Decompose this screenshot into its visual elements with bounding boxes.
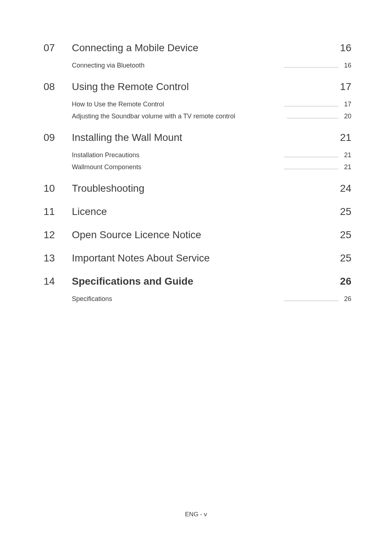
toc-section: 14Specifications and Guide26Specificatio… (44, 276, 351, 303)
toc-section: 07Connecting a Mobile Device16Connecting… (44, 42, 351, 69)
toc-section-page: 17 (340, 81, 351, 93)
toc-section-row: 10Troubleshooting24 (44, 183, 351, 194)
toc-leader-line (284, 67, 338, 68)
toc-section-title: Specifications and Guide (72, 276, 340, 287)
toc-section-number: 07 (44, 42, 72, 54)
toc-section: 12Open Source Licence Notice25 (44, 229, 351, 241)
page-container: 07Connecting a Mobile Device16Connecting… (0, 0, 392, 303)
toc-section-page: 16 (340, 42, 351, 54)
toc-sub-title: How to Use the Remote Control (72, 101, 164, 108)
toc-section-title: Important Notes About Service (72, 252, 340, 264)
toc-section-page: 26 (340, 276, 351, 287)
toc-section-title: Using the Remote Control (72, 81, 340, 93)
toc-section: 09Installing the Wall Mount21Installatio… (44, 132, 351, 171)
toc-sub-page: 26 (342, 295, 351, 303)
toc-section-page: 25 (340, 229, 351, 241)
toc-section-title: Troubleshooting (72, 183, 340, 194)
toc-sub-row: How to Use the Remote Control17 (72, 101, 351, 108)
toc-sub-page: 20 (342, 113, 351, 120)
toc-section-number: 12 (44, 229, 72, 241)
toc-sub-page: 21 (342, 163, 351, 171)
toc-section-number: 08 (44, 81, 72, 93)
toc-section-number: 14 (44, 276, 72, 287)
toc-sub-row: Connecting via Bluetooth16 (72, 62, 351, 69)
toc-sub-title: Adjusting the Soundbar volume with a TV … (72, 113, 235, 120)
toc-section: 08Using the Remote Control17How to Use t… (44, 81, 351, 120)
toc-sub-row: Adjusting the Soundbar volume with a TV … (72, 113, 351, 120)
toc-section-title: Installing the Wall Mount (72, 132, 340, 143)
toc-sub-row: Specifications26 (72, 295, 351, 303)
toc-section: 13Important Notes About Service25 (44, 252, 351, 264)
toc-sub-title: Specifications (72, 295, 112, 303)
toc-leader-line (284, 106, 338, 106)
toc-section-row: 12Open Source Licence Notice25 (44, 229, 351, 241)
toc-sub-row: Wallmount Components21 (72, 163, 351, 171)
toc-section-row: 07Connecting a Mobile Device16 (44, 42, 351, 54)
toc-sub-row: Installation Precautions21 (72, 151, 351, 159)
toc-section: 11Licence25 (44, 206, 351, 217)
toc-sub-page: 21 (342, 151, 351, 159)
toc-section-page: 25 (340, 252, 351, 264)
toc-section-page: 25 (340, 206, 351, 217)
toc-sub-title: Installation Precautions (72, 151, 139, 159)
toc-section-row: 09Installing the Wall Mount21 (44, 132, 351, 143)
toc-section-number: 10 (44, 183, 72, 194)
toc-section-page: 24 (340, 183, 351, 194)
toc-leader-line (284, 169, 338, 169)
page-footer: ENG - v (0, 511, 392, 518)
toc-section-number: 11 (44, 206, 72, 217)
toc-section-number: 09 (44, 132, 72, 143)
toc-sub-title: Connecting via Bluetooth (72, 62, 144, 69)
table-of-contents: 07Connecting a Mobile Device16Connecting… (44, 42, 351, 303)
toc-leader-line (287, 118, 338, 118)
toc-section-row: 08Using the Remote Control17 (44, 81, 351, 93)
toc-section-title: Licence (72, 206, 340, 217)
toc-section-page: 21 (340, 132, 351, 143)
toc-section-number: 13 (44, 252, 72, 264)
toc-section-title: Connecting a Mobile Device (72, 42, 340, 54)
toc-sub-title: Wallmount Components (72, 163, 141, 171)
toc-section-title: Open Source Licence Notice (72, 229, 340, 241)
toc-sub-page: 17 (342, 101, 351, 108)
toc-section-row: 14Specifications and Guide26 (44, 276, 351, 287)
toc-section-row: 13Important Notes About Service25 (44, 252, 351, 264)
toc-leader-line (284, 157, 338, 157)
toc-section: 10Troubleshooting24 (44, 183, 351, 194)
toc-section-row: 11Licence25 (44, 206, 351, 217)
toc-leader-line (284, 301, 338, 301)
toc-sub-page: 16 (342, 62, 351, 69)
